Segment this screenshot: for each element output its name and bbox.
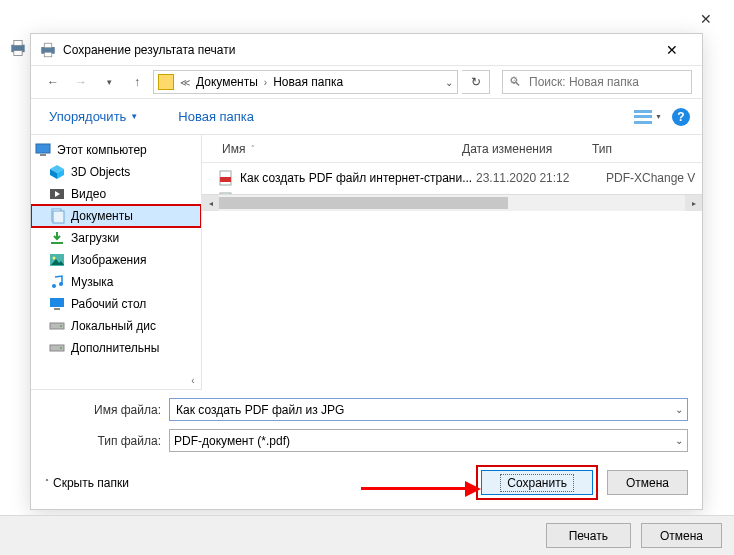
svg-rect-21 xyxy=(50,298,64,307)
refresh-button[interactable]: ↻ xyxy=(462,70,490,94)
sidebar-item-3d-objects[interactable]: 3D Objects xyxy=(31,161,201,183)
scroll-right-button[interactable]: ▸ xyxy=(685,195,702,211)
svg-rect-1 xyxy=(14,41,22,46)
music-icon xyxy=(49,274,65,290)
horizontal-scrollbar[interactable]: ◂ ▸ xyxy=(202,194,702,211)
video-icon xyxy=(49,186,65,202)
svg-point-17 xyxy=(53,257,56,260)
filetype-select[interactable]: PDF-документ (*.pdf) ⌄ xyxy=(169,429,688,452)
svg-point-20 xyxy=(59,282,63,286)
svg-rect-28 xyxy=(220,177,231,182)
column-headers: Имя˄ Дата изменения Тип xyxy=(202,135,702,163)
nav-bar: ← → ▾ ↑ ≪ Документы › Новая папка ⌄ ↻ 🔍︎ xyxy=(31,65,702,99)
save-dialog: Сохранение результата печати ✕ ← → ▾ ↑ ≪… xyxy=(30,33,703,510)
cancel-button[interactable]: Отмена xyxy=(607,470,688,495)
svg-point-24 xyxy=(60,325,62,327)
help-button[interactable]: ? xyxy=(672,108,690,126)
printer-icon xyxy=(39,41,57,59)
sidebar: Этот компьютер 3D Objects Видео Документ… xyxy=(31,135,202,390)
filename-input[interactable] xyxy=(174,402,675,418)
column-name[interactable]: Имя˄ xyxy=(202,142,462,156)
parent-cancel-button[interactable]: Отмена xyxy=(641,523,722,548)
column-date[interactable]: Дата изменения xyxy=(462,142,592,156)
chevron-down-icon[interactable]: ⌄ xyxy=(445,77,453,88)
svg-rect-7 xyxy=(40,154,46,156)
documents-icon xyxy=(49,208,65,224)
download-icon xyxy=(49,230,65,246)
svg-rect-22 xyxy=(54,308,60,310)
save-button[interactable]: Сохранить xyxy=(481,470,593,495)
filetype-value: PDF-документ (*.pdf) xyxy=(174,434,290,448)
organize-button[interactable]: Упорядочить▼ xyxy=(43,105,144,128)
chevron-down-icon: ⌄ xyxy=(675,435,683,446)
disk-icon xyxy=(49,340,65,356)
sidebar-item-documents[interactable]: Документы xyxy=(31,205,201,227)
search-input[interactable] xyxy=(527,74,685,90)
sidebar-item-desktop[interactable]: Рабочий стол xyxy=(31,293,201,315)
sidebar-item-music[interactable]: Музыка xyxy=(31,271,201,293)
svg-rect-15 xyxy=(51,242,63,244)
sidebar-item-additional[interactable]: Дополнительны xyxy=(31,337,201,359)
dialog-title: Сохранение результата печати xyxy=(63,43,649,57)
svg-point-19 xyxy=(52,284,56,288)
pictures-icon xyxy=(49,252,65,268)
close-icon: ✕ xyxy=(700,11,712,27)
close-button[interactable]: ✕ xyxy=(649,34,694,65)
search-icon: 🔍︎ xyxy=(509,75,521,89)
expand-tree-button[interactable]: ‹ xyxy=(185,372,201,388)
breadcrumb-part[interactable]: Новая папка xyxy=(273,75,343,89)
back-button[interactable]: ← xyxy=(41,70,65,94)
hide-folders-button[interactable]: ˄ Скрыть папки xyxy=(45,476,129,490)
titlebar[interactable]: Сохранение результата печати ✕ xyxy=(31,34,702,65)
column-type[interactable]: Тип xyxy=(592,142,702,156)
search-box[interactable]: 🔍︎ xyxy=(502,70,692,94)
scroll-left-button[interactable]: ◂ xyxy=(202,195,219,211)
chevron-down-icon[interactable]: ⌄ xyxy=(675,404,683,415)
chevron-icon: ≪ xyxy=(180,77,190,88)
svg-rect-14 xyxy=(53,211,64,223)
chevron-down-icon: ▼ xyxy=(655,113,662,120)
view-icon xyxy=(634,110,652,124)
breadcrumb-part[interactable]: Документы xyxy=(196,75,258,89)
forward-button[interactable]: → xyxy=(69,70,93,94)
scroll-thumb[interactable] xyxy=(219,197,508,209)
svg-rect-6 xyxy=(36,144,50,153)
recent-dropdown[interactable]: ▾ xyxy=(97,70,121,94)
close-icon: ✕ xyxy=(666,42,678,58)
new-folder-button[interactable]: Новая папка xyxy=(172,105,260,128)
sort-indicator-icon: ˄ xyxy=(251,145,255,153)
file-row[interactable]: Как создать PDF файл интернет-страни... … xyxy=(202,167,702,189)
sidebar-item-videos[interactable]: Видео xyxy=(31,183,201,205)
breadcrumb[interactable]: ≪ Документы › Новая папка ⌄ xyxy=(153,70,458,94)
svg-point-26 xyxy=(60,347,62,349)
chevron-up-icon: ˄ xyxy=(45,478,49,487)
view-button[interactable]: ▼ xyxy=(634,110,662,124)
sidebar-item-this-pc[interactable]: Этот компьютер xyxy=(31,139,201,161)
print-button[interactable]: Печать xyxy=(546,523,631,548)
file-date: 23.11.2020 21:12 xyxy=(476,171,606,185)
svg-rect-2 xyxy=(14,51,22,56)
sidebar-item-local-disk[interactable]: Локальный дис xyxy=(31,315,201,337)
chevron-right-icon: › xyxy=(264,77,267,88)
svg-rect-5 xyxy=(44,52,52,57)
parent-footer: Печать Отмена xyxy=(0,515,734,555)
file-name: Как создать PDF файл интернет-страни... xyxy=(240,171,476,185)
cube-icon xyxy=(49,164,65,180)
desktop-icon xyxy=(49,296,65,312)
sidebar-item-downloads[interactable]: Загрузки xyxy=(31,227,201,249)
printer-icon xyxy=(8,38,28,58)
parent-close-button[interactable]: ✕ xyxy=(686,4,726,34)
chevron-down-icon: ▼ xyxy=(130,112,138,121)
sidebar-item-pictures[interactable]: Изображения xyxy=(31,249,201,271)
up-button[interactable]: ↑ xyxy=(125,70,149,94)
svg-rect-4 xyxy=(44,43,52,48)
filename-field[interactable]: ⌄ xyxy=(169,398,688,421)
file-type: PDF-XChange V xyxy=(606,171,702,185)
filename-label: Имя файла: xyxy=(83,403,161,417)
computer-icon xyxy=(35,142,51,158)
folder-icon xyxy=(158,74,174,90)
filetype-label: Тип файла: xyxy=(83,434,161,448)
disk-icon xyxy=(49,318,65,334)
pdf-file-icon xyxy=(218,170,234,186)
